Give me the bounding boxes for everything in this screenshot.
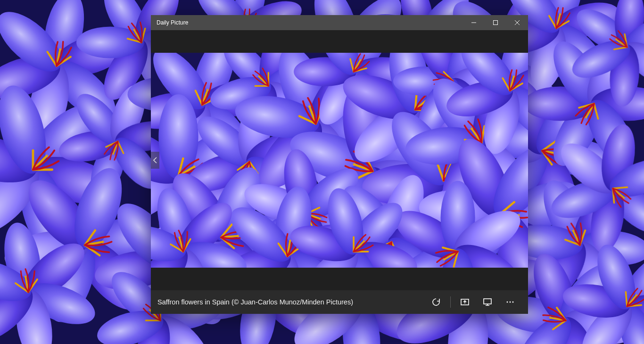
image-viewer <box>151 53 528 268</box>
window-title: Daily Picture <box>157 19 188 26</box>
command-bar: Saffron flowers in Spain (© Juan-Carlos … <box>151 290 528 314</box>
more-button[interactable] <box>499 290 521 314</box>
svg-point-15 <box>510 302 511 303</box>
more-icon <box>505 297 515 307</box>
refresh-button[interactable] <box>425 290 447 314</box>
set-wallpaper-icon <box>460 297 470 307</box>
app-window: Daily Picture <box>151 15 528 314</box>
refresh-icon <box>431 297 441 307</box>
svg-point-16 <box>512 302 514 303</box>
set-wallpaper-button[interactable] <box>454 290 476 314</box>
slideshow-button[interactable] <box>476 290 499 314</box>
top-band <box>151 30 528 53</box>
minimize-button[interactable] <box>463 15 485 30</box>
bottom-band <box>151 268 528 290</box>
close-button[interactable] <box>506 15 528 30</box>
svg-rect-13 <box>484 299 491 304</box>
daily-picture-image <box>151 53 528 268</box>
slideshow-icon <box>483 297 492 307</box>
svg-rect-10 <box>494 21 498 25</box>
chevron-left-icon <box>153 157 157 164</box>
toolbar-divider <box>450 296 451 308</box>
svg-point-14 <box>507 302 508 303</box>
image-caption: Saffron flowers in Spain (© Juan-Carlos … <box>157 298 353 306</box>
previous-image-button[interactable] <box>151 152 159 169</box>
title-bar[interactable]: Daily Picture <box>151 15 528 30</box>
maximize-button[interactable] <box>485 15 506 30</box>
